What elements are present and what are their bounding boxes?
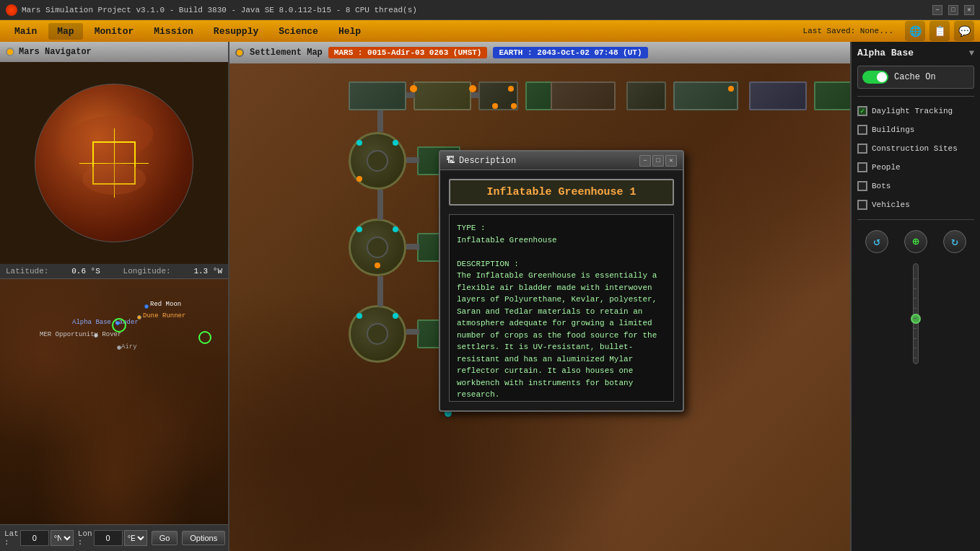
checkbox-daylight-label: Daylight Tracking bbox=[872, 107, 953, 115]
dialog-minimize-button[interactable]: − bbox=[639, 155, 651, 167]
building-top7 bbox=[749, 81, 807, 110]
checkbox-daylight-box: ✓ bbox=[857, 106, 867, 116]
menu-main[interactable]: Main bbox=[6, 23, 45, 40]
checkbox-bots-label: Bots bbox=[872, 182, 891, 190]
building-name-label: Inflatable Greenhouse 1 bbox=[486, 186, 636, 198]
menu-help[interactable]: Help bbox=[330, 23, 369, 40]
checkbox-vehicles-label: Vehicles bbox=[872, 200, 910, 209]
book-icon-button[interactable]: 📋 bbox=[929, 21, 950, 41]
right-panel: Alpha Base ▼ Cache On ✓ Daylight Trackin… bbox=[850, 42, 980, 551]
discord-icon-button[interactable]: 💬 bbox=[954, 21, 974, 41]
lat-dir-select[interactable]: °N °S bbox=[51, 530, 74, 546]
connector-h1 bbox=[406, 92, 415, 98]
dot-orange-3 bbox=[492, 103, 498, 109]
earth-time-badge: EARTH : 2043-Oct-02 07:48 (UT) bbox=[493, 47, 647, 58]
building-name-box: Inflatable Greenhouse 1 bbox=[449, 179, 674, 206]
dot-cyan-5 bbox=[356, 313, 362, 319]
dot-cyan-6 bbox=[393, 313, 398, 319]
checkbox-people[interactable]: People bbox=[857, 160, 974, 175]
checkbox-people-box bbox=[857, 162, 867, 172]
globe-icon-button[interactable]: 🌐 bbox=[905, 21, 925, 41]
rotate-right-button[interactable]: ↻ bbox=[943, 230, 966, 253]
dot-cyan-1 bbox=[356, 140, 362, 146]
dot-orange-1 bbox=[410, 85, 417, 92]
recenter-button[interactable]: ⊕ bbox=[904, 230, 927, 253]
window-controls: − □ ✕ bbox=[932, 5, 974, 15]
cache-toggle-switch[interactable] bbox=[862, 71, 888, 84]
menu-resupply[interactable]: Resupply bbox=[205, 23, 267, 40]
type-value: Inflatable Greenhouse bbox=[457, 236, 557, 244]
conn-v1 bbox=[377, 110, 383, 132]
conn-v2 bbox=[377, 190, 383, 220]
map-label-red-moon: Red Moon bbox=[150, 301, 181, 308]
last-saved-label: Last Saved: None... bbox=[372, 27, 893, 35]
options-button[interactable]: Options bbox=[182, 531, 225, 545]
settlement-map[interactable]: 🏗 Description − □ ✕ Inflatable Greenhous… bbox=[229, 63, 850, 551]
checkbox-buildings-label: Buildings bbox=[872, 125, 914, 134]
lat-input-group: Lat : °N °S bbox=[4, 529, 74, 547]
alpha-base-header: Alpha Base ▼ bbox=[857, 48, 974, 58]
alpha-base-dropdown[interactable]: ▼ bbox=[969, 48, 974, 58]
menu-bar: Main Map Monitor Mission Resupply Scienc… bbox=[0, 20, 980, 42]
app-icon bbox=[6, 4, 17, 16]
menu-science[interactable]: Science bbox=[270, 23, 327, 40]
checkbox-people-label: People bbox=[872, 163, 901, 172]
conn-h-r4 bbox=[406, 329, 419, 335]
dot-orange-2 bbox=[469, 85, 476, 92]
dot-b-circ1 bbox=[356, 176, 362, 182]
desc-text: The Inflatable Greenhouse is essentially… bbox=[457, 271, 657, 399]
dialog-close-button[interactable]: ✕ bbox=[665, 155, 677, 167]
checkbox-vehicles[interactable]: Vehicles bbox=[857, 198, 974, 212]
menu-monitor[interactable]: Monitor bbox=[86, 23, 143, 40]
close-button[interactable]: ✕ bbox=[964, 5, 974, 15]
dialog-icon: 🏗 bbox=[446, 155, 455, 166]
checkbox-bots-box bbox=[857, 181, 867, 191]
lon-input[interactable] bbox=[94, 530, 123, 546]
mars-globe bbox=[35, 84, 193, 242]
checkbox-daylight-tracking[interactable]: ✓ Daylight Tracking bbox=[857, 104, 974, 118]
globe-crosshair bbox=[92, 141, 136, 185]
checkbox-buildings[interactable]: Buildings bbox=[857, 123, 974, 137]
menu-mission[interactable]: Mission bbox=[145, 23, 202, 40]
alpha-base-name: Alpha Base bbox=[857, 48, 966, 58]
dot-orange-4 bbox=[511, 103, 517, 109]
settlement-dot bbox=[235, 48, 244, 57]
lon-dir-select[interactable]: °E °W bbox=[124, 530, 147, 546]
mars-navigator-header: Mars Navigator bbox=[0, 42, 228, 62]
building-top1 bbox=[349, 81, 406, 110]
dot-cyan-4 bbox=[393, 226, 398, 232]
checkbox-bots[interactable]: Bots bbox=[857, 179, 974, 193]
lat-input[interactable] bbox=[20, 530, 49, 546]
cache-toggle-container: Cache On bbox=[857, 66, 974, 89]
dialog-content: Inflatable Greenhouse 1 TYPE : Inflatabl… bbox=[440, 170, 683, 410]
lat-input-label: Lat : bbox=[4, 529, 19, 547]
map-label-mer: MER Opportunity Rover bbox=[40, 331, 121, 338]
maximize-button[interactable]: □ bbox=[948, 5, 958, 15]
dialog-maximize-button[interactable]: □ bbox=[652, 155, 664, 167]
connector-h2 bbox=[471, 92, 480, 98]
rotate-left-button[interactable]: ↺ bbox=[865, 230, 888, 253]
type-label: TYPE : bbox=[457, 224, 486, 232]
lat-value: 0.6 °S bbox=[71, 267, 100, 276]
checkbox-buildings-box bbox=[857, 125, 867, 135]
checkbox-vehicles-box bbox=[857, 200, 867, 210]
lon-input-label: Lon : bbox=[78, 529, 92, 547]
minimize-button[interactable]: − bbox=[932, 5, 942, 15]
mars-navigator-title: Mars Navigator bbox=[19, 47, 92, 57]
lon-input-group: Lon : °E °W bbox=[78, 529, 147, 547]
coordinates-bar: Latitude: 0.6 °S Longitude: 1.3 °W bbox=[0, 264, 228, 279]
zoom-slider[interactable] bbox=[913, 263, 919, 364]
go-button[interactable]: Go bbox=[152, 531, 178, 545]
menu-map[interactable]: Map bbox=[48, 23, 82, 40]
map-label-alpha-base: Alpha Base Lander bbox=[72, 319, 139, 326]
dot-cyan-2 bbox=[393, 140, 398, 146]
building-dot-1 bbox=[508, 86, 514, 92]
left-bottom-controls: Lat : °N °S Lon : °E °W Go Options Miner… bbox=[0, 524, 228, 551]
checkbox-construction-sites[interactable]: Construction Sites bbox=[857, 141, 974, 156]
checkbox-construction-label: Construction Sites bbox=[872, 144, 958, 153]
building-top4 bbox=[551, 81, 616, 110]
description-dialog: 🏗 Description − □ ✕ Inflatable Greenhous… bbox=[439, 150, 684, 412]
settlement-map-title: Settlement Map bbox=[250, 48, 323, 58]
dialog-buttons: − □ ✕ bbox=[639, 155, 677, 167]
separator-1 bbox=[857, 96, 974, 97]
